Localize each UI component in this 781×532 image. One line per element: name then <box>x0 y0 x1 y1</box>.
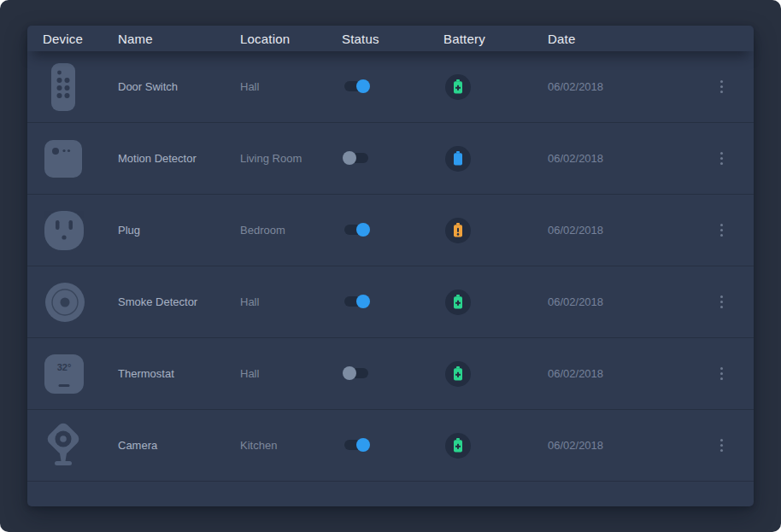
device-name: Door Switch <box>118 80 240 93</box>
device-location: Bedroom <box>240 224 342 237</box>
column-header: Date <box>548 32 709 46</box>
toggle-knob <box>356 438 370 452</box>
row-menu-button[interactable] <box>717 292 726 312</box>
remote-icon <box>44 62 82 112</box>
table-row: Plug Bedroom 06/02/2018 <box>27 195 754 266</box>
row-menu-button[interactable] <box>717 149 726 168</box>
device-date: 06/02/2018 <box>548 224 709 237</box>
status-toggle[interactable] <box>344 368 368 378</box>
status-toggle[interactable] <box>344 296 368 307</box>
device-date: 06/02/2018 <box>548 80 709 93</box>
device-name: Plug <box>118 224 240 237</box>
row-menu-button[interactable] <box>717 436 726 455</box>
device-date: 06/02/2018 <box>548 367 709 380</box>
column-header: Device <box>43 32 118 46</box>
camera-icon <box>44 422 84 470</box>
status-toggle[interactable] <box>344 225 368 235</box>
row-menu-button[interactable] <box>717 77 726 96</box>
battery-charged-icon <box>445 289 471 315</box>
status-toggle[interactable] <box>344 440 368 450</box>
device-name: Motion Detector <box>118 152 240 165</box>
battery-charged-icon <box>445 433 471 459</box>
device-location: Kitchen <box>240 439 342 452</box>
row-menu-button[interactable] <box>717 220 726 240</box>
table-row: Smoke Detector Hall 06/02/2018 <box>27 266 754 338</box>
row-menu-button[interactable] <box>717 364 726 383</box>
device-location: Hall <box>240 80 342 93</box>
device-date: 06/02/2018 <box>548 152 709 165</box>
device-date: 06/02/2018 <box>548 439 709 452</box>
table-body: Door Switch Hall 06/02/2018 <box>27 51 754 482</box>
device-location: Hall <box>240 367 342 380</box>
motion-sensor-icon <box>44 140 82 178</box>
battery-charged-icon <box>445 74 471 100</box>
table-row: Door Switch Hall 06/02/2018 <box>27 51 754 123</box>
column-header: Battery <box>443 32 548 46</box>
table-row: Motion Detector Living Room 06/02/2018 <box>27 123 754 195</box>
table-header: Device Name Location Status Battery Date <box>27 26 754 51</box>
svg-text:32°: 32° <box>57 362 72 372</box>
device-name: Thermostat <box>118 367 240 380</box>
device-location: Living Room <box>240 152 342 165</box>
column-header: Location <box>240 32 342 46</box>
thermostat-icon: 32° <box>44 354 84 394</box>
column-header: Status <box>342 32 443 46</box>
toggle-knob <box>343 151 356 165</box>
status-toggle[interactable] <box>344 153 368 163</box>
battery-full-icon <box>445 146 471 172</box>
devices-table-card: Device Name Location Status Battery Date <box>27 26 754 506</box>
table-row: 32° Thermostat Hall 06/02/2018 <box>27 338 754 410</box>
battery-low-icon <box>445 218 471 243</box>
toggle-knob <box>356 223 370 237</box>
table-row: Camera Kitchen 06/02/2018 <box>27 410 754 482</box>
device-name: Camera <box>118 439 240 452</box>
toggle-knob <box>343 366 356 380</box>
device-location: Hall <box>240 295 342 308</box>
status-toggle[interactable] <box>344 81 368 91</box>
column-header: Name <box>118 32 240 46</box>
battery-charged-icon <box>445 361 471 387</box>
plug-icon <box>44 211 84 250</box>
toggle-knob <box>356 295 370 308</box>
device-date: 06/02/2018 <box>548 295 709 308</box>
device-name: Smoke Detector <box>118 295 240 308</box>
toggle-knob <box>356 79 370 93</box>
smoke-detector-icon <box>44 282 85 323</box>
app-background: Device Name Location Status Battery Date <box>0 0 781 532</box>
